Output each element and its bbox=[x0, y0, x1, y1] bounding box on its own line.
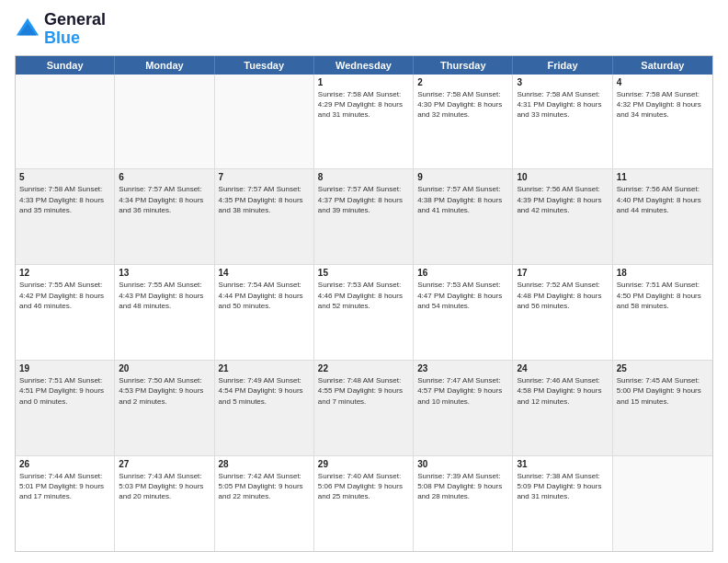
day-cell-21: 21Sunrise: 7:49 AM Sunset: 4:54 PM Dayli… bbox=[215, 361, 314, 455]
day-content: Sunrise: 7:57 AM Sunset: 4:38 PM Dayligh… bbox=[417, 184, 508, 215]
day-content: Sunrise: 7:53 AM Sunset: 4:46 PM Dayligh… bbox=[318, 280, 409, 311]
day-content: Sunrise: 7:56 AM Sunset: 4:40 PM Dayligh… bbox=[617, 184, 709, 215]
day-cell-9: 9Sunrise: 7:57 AM Sunset: 4:38 PM Daylig… bbox=[414, 169, 513, 264]
logo-icon bbox=[15, 17, 40, 42]
logo: General Blue bbox=[15, 11, 106, 48]
day-cell-3: 3Sunrise: 7:58 AM Sunset: 4:31 PM Daylig… bbox=[513, 75, 612, 169]
day-number: 18 bbox=[617, 268, 709, 278]
day-cell-8: 8Sunrise: 7:57 AM Sunset: 4:37 PM Daylig… bbox=[314, 169, 414, 264]
day-content: Sunrise: 7:58 AM Sunset: 4:30 PM Dayligh… bbox=[417, 89, 508, 121]
day-number: 4 bbox=[617, 77, 709, 87]
day-cell-18: 18Sunrise: 7:51 AM Sunset: 4:50 PM Dayli… bbox=[613, 265, 712, 360]
day-header-friday: Friday bbox=[513, 56, 612, 75]
day-cell-1: 1Sunrise: 7:58 AM Sunset: 4:29 PM Daylig… bbox=[314, 75, 414, 169]
day-cell-23: 23Sunrise: 7:47 AM Sunset: 4:57 PM Dayli… bbox=[414, 361, 513, 455]
day-number: 26 bbox=[19, 459, 110, 469]
day-content: Sunrise: 7:56 AM Sunset: 4:39 PM Dayligh… bbox=[517, 184, 608, 215]
calendar-week-1: 1Sunrise: 7:58 AM Sunset: 4:29 PM Daylig… bbox=[16, 75, 712, 170]
day-content: Sunrise: 7:53 AM Sunset: 4:47 PM Dayligh… bbox=[417, 280, 508, 311]
day-header-thursday: Thursday bbox=[414, 56, 513, 75]
day-header-sunday: Sunday bbox=[16, 56, 115, 75]
day-content: Sunrise: 7:38 AM Sunset: 5:09 PM Dayligh… bbox=[517, 471, 608, 502]
day-content: Sunrise: 7:58 AM Sunset: 4:29 PM Dayligh… bbox=[318, 89, 409, 121]
day-cell-4: 4Sunrise: 7:58 AM Sunset: 4:32 PM Daylig… bbox=[613, 75, 712, 169]
header: General Blue bbox=[15, 11, 713, 48]
empty-cell bbox=[16, 75, 115, 169]
day-cell-12: 12Sunrise: 7:55 AM Sunset: 4:42 PM Dayli… bbox=[16, 265, 115, 360]
day-header-tuesday: Tuesday bbox=[215, 56, 314, 75]
day-content: Sunrise: 7:51 AM Sunset: 4:51 PM Dayligh… bbox=[19, 375, 110, 407]
day-content: Sunrise: 7:57 AM Sunset: 4:34 PM Dayligh… bbox=[119, 184, 210, 215]
day-header-monday: Monday bbox=[115, 56, 214, 75]
day-header-wednesday: Wednesday bbox=[314, 56, 414, 75]
day-number: 16 bbox=[417, 268, 508, 278]
calendar-week-5: 26Sunrise: 7:44 AM Sunset: 5:01 PM Dayli… bbox=[16, 456, 712, 551]
calendar-week-3: 12Sunrise: 7:55 AM Sunset: 4:42 PM Dayli… bbox=[16, 265, 712, 361]
day-number: 31 bbox=[517, 459, 608, 469]
day-content: Sunrise: 7:39 AM Sunset: 5:08 PM Dayligh… bbox=[417, 471, 508, 502]
day-cell-20: 20Sunrise: 7:50 AM Sunset: 4:53 PM Dayli… bbox=[115, 361, 214, 455]
day-number: 23 bbox=[417, 363, 508, 373]
day-content: Sunrise: 7:58 AM Sunset: 4:33 PM Dayligh… bbox=[19, 184, 110, 215]
day-cell-6: 6Sunrise: 7:57 AM Sunset: 4:34 PM Daylig… bbox=[115, 169, 214, 264]
day-content: Sunrise: 7:46 AM Sunset: 4:58 PM Dayligh… bbox=[517, 375, 608, 407]
day-cell-26: 26Sunrise: 7:44 AM Sunset: 5:01 PM Dayli… bbox=[16, 456, 115, 551]
empty-cell bbox=[215, 75, 314, 169]
day-number: 24 bbox=[517, 363, 608, 373]
empty-cell bbox=[115, 75, 214, 169]
day-number: 21 bbox=[219, 363, 310, 373]
day-content: Sunrise: 7:48 AM Sunset: 4:55 PM Dayligh… bbox=[318, 375, 409, 407]
calendar-header: SundayMondayTuesdayWednesdayThursdayFrid… bbox=[16, 56, 712, 75]
day-cell-24: 24Sunrise: 7:46 AM Sunset: 4:58 PM Dayli… bbox=[513, 361, 612, 455]
page: General Blue SundayMondayTuesdayWednesda… bbox=[0, 0, 728, 563]
day-cell-16: 16Sunrise: 7:53 AM Sunset: 4:47 PM Dayli… bbox=[414, 265, 513, 360]
day-content: Sunrise: 7:40 AM Sunset: 5:06 PM Dayligh… bbox=[318, 471, 409, 502]
calendar-week-2: 5Sunrise: 7:58 AM Sunset: 4:33 PM Daylig… bbox=[16, 169, 712, 265]
day-content: Sunrise: 7:57 AM Sunset: 4:37 PM Dayligh… bbox=[318, 184, 409, 215]
day-number: 19 bbox=[19, 363, 110, 373]
calendar-body: 1Sunrise: 7:58 AM Sunset: 4:29 PM Daylig… bbox=[16, 75, 712, 551]
day-content: Sunrise: 7:52 AM Sunset: 4:48 PM Dayligh… bbox=[517, 280, 608, 311]
day-cell-13: 13Sunrise: 7:55 AM Sunset: 4:43 PM Dayli… bbox=[115, 265, 214, 360]
day-number: 9 bbox=[417, 172, 508, 182]
day-number: 5 bbox=[19, 172, 110, 182]
calendar-week-4: 19Sunrise: 7:51 AM Sunset: 4:51 PM Dayli… bbox=[16, 361, 712, 456]
day-number: 1 bbox=[318, 77, 409, 87]
day-number: 29 bbox=[318, 459, 409, 469]
day-cell-7: 7Sunrise: 7:57 AM Sunset: 4:35 PM Daylig… bbox=[215, 169, 314, 264]
day-content: Sunrise: 7:55 AM Sunset: 4:43 PM Dayligh… bbox=[119, 280, 210, 311]
day-number: 14 bbox=[219, 268, 310, 278]
empty-cell bbox=[613, 456, 712, 551]
day-header-saturday: Saturday bbox=[613, 56, 712, 75]
day-number: 3 bbox=[517, 77, 608, 87]
logo-text: General Blue bbox=[44, 11, 106, 48]
day-cell-5: 5Sunrise: 7:58 AM Sunset: 4:33 PM Daylig… bbox=[16, 169, 115, 264]
day-content: Sunrise: 7:55 AM Sunset: 4:42 PM Dayligh… bbox=[19, 280, 110, 311]
day-content: Sunrise: 7:58 AM Sunset: 4:32 PM Dayligh… bbox=[617, 89, 709, 121]
day-number: 27 bbox=[119, 459, 210, 469]
day-content: Sunrise: 7:49 AM Sunset: 4:54 PM Dayligh… bbox=[219, 375, 310, 407]
day-number: 12 bbox=[19, 268, 110, 278]
day-number: 8 bbox=[318, 172, 409, 182]
day-content: Sunrise: 7:50 AM Sunset: 4:53 PM Dayligh… bbox=[119, 375, 210, 407]
day-number: 15 bbox=[318, 268, 409, 278]
day-cell-27: 27Sunrise: 7:43 AM Sunset: 5:03 PM Dayli… bbox=[115, 456, 214, 551]
day-number: 2 bbox=[417, 77, 508, 87]
day-cell-29: 29Sunrise: 7:40 AM Sunset: 5:06 PM Dayli… bbox=[314, 456, 414, 551]
day-cell-17: 17Sunrise: 7:52 AM Sunset: 4:48 PM Dayli… bbox=[513, 265, 612, 360]
day-number: 17 bbox=[517, 268, 608, 278]
day-content: Sunrise: 7:44 AM Sunset: 5:01 PM Dayligh… bbox=[19, 471, 110, 502]
day-cell-14: 14Sunrise: 7:54 AM Sunset: 4:44 PM Dayli… bbox=[215, 265, 314, 360]
day-number: 13 bbox=[119, 268, 210, 278]
day-number: 10 bbox=[517, 172, 608, 182]
day-cell-30: 30Sunrise: 7:39 AM Sunset: 5:08 PM Dayli… bbox=[414, 456, 513, 551]
day-cell-11: 11Sunrise: 7:56 AM Sunset: 4:40 PM Dayli… bbox=[613, 169, 712, 264]
day-content: Sunrise: 7:58 AM Sunset: 4:31 PM Dayligh… bbox=[517, 89, 608, 121]
day-number: 11 bbox=[617, 172, 709, 182]
day-number: 22 bbox=[318, 363, 409, 373]
day-content: Sunrise: 7:43 AM Sunset: 5:03 PM Dayligh… bbox=[119, 471, 210, 502]
day-cell-10: 10Sunrise: 7:56 AM Sunset: 4:39 PM Dayli… bbox=[513, 169, 612, 264]
day-number: 30 bbox=[417, 459, 508, 469]
calendar: SundayMondayTuesdayWednesdayThursdayFrid… bbox=[15, 55, 713, 552]
day-number: 7 bbox=[219, 172, 310, 182]
